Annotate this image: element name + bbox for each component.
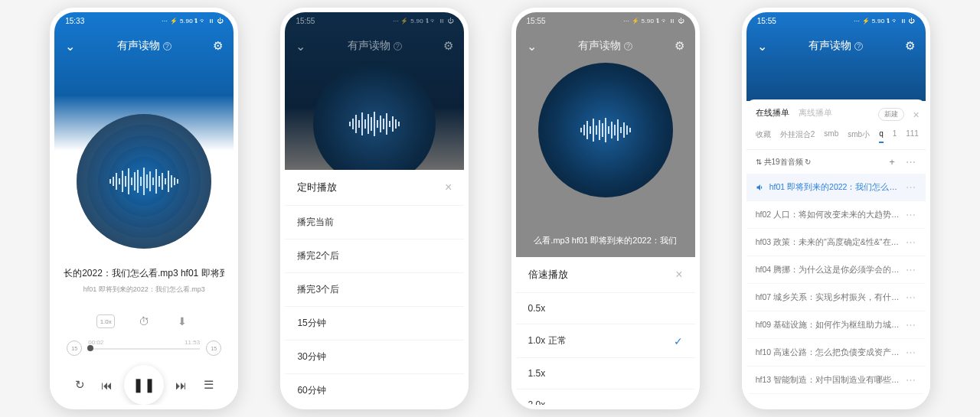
status-time: 15:33 xyxy=(65,17,84,25)
speed-option[interactable]: 2.0x xyxy=(516,389,695,409)
fwd-15-button[interactable]: 15 xyxy=(206,340,221,356)
page-title: 有声读物? xyxy=(542,39,669,53)
list-item[interactable]: hf01 即将到来的2022：我们怎么看...⋯ xyxy=(746,174,926,201)
status-bar: 15:33 ⋯ ⚡ 5.90 ⇅ ᯤ ⫴ ⏻ xyxy=(54,12,234,29)
collapse-icon[interactable]: ⌄ xyxy=(65,39,80,54)
timer-icon[interactable]: ⏱ xyxy=(135,314,153,328)
status-icons: ⋯ ⚡ 5.90 ⇅ ᯤ ⫴ ⏻ xyxy=(162,18,223,24)
playlist-subtabs[interactable]: 收藏外挂混合2smbsmb小q1111 xyxy=(746,126,926,150)
subtab[interactable]: smb小 xyxy=(848,129,870,143)
speed-button[interactable]: 1.0x xyxy=(96,314,115,328)
list-item[interactable]: hf10 高速公路：怎么把负债变成资产？...⋯ xyxy=(746,339,926,367)
timer-option[interactable]: 播完3个后 xyxy=(285,272,464,306)
album-art xyxy=(538,63,673,197)
help-icon[interactable]: ? xyxy=(394,42,402,50)
more-icon[interactable]: ⋯ xyxy=(906,347,916,358)
player-header: ⌄ 有声读物? ⚙ xyxy=(516,29,695,63)
more-icon[interactable]: ⋯ xyxy=(906,264,916,275)
collapse-icon[interactable]: ⌄ xyxy=(757,39,773,54)
status-time: 15:55 xyxy=(757,17,776,25)
page-title: 有声读物? xyxy=(773,39,900,53)
speed-option[interactable]: 1.5x xyxy=(516,357,695,389)
collapse-icon[interactable]: ⌄ xyxy=(527,39,542,54)
subtab[interactable]: 1 xyxy=(893,129,897,143)
more-icon[interactable]: ⋯ xyxy=(906,374,916,386)
more-icon[interactable]: ⋯ xyxy=(906,156,916,168)
phone-player: 15:33 ⋯ ⚡ 5.90 ⇅ ᯤ ⫴ ⏻ ⌄ 有声读物? ⚙ 长的2022：… xyxy=(50,8,238,409)
help-icon[interactable]: ? xyxy=(163,42,172,50)
download-icon[interactable]: ⬇ xyxy=(173,314,191,328)
status-icons: ⋯ ⚡ 5.90 ⇅ ᯤ ⫴ ⏻ xyxy=(854,18,915,24)
more-icon[interactable]: ⋯ xyxy=(906,209,916,220)
collapse-icon[interactable]: ⌄ xyxy=(296,39,311,54)
status-bar: 15:55 ⋯ ⚡ 5.90 ⇅ ᯤ ⫴ ⏻ xyxy=(746,12,926,29)
time-total: 11:53 xyxy=(185,339,200,346)
phone-timer-sheet: 15:55 ⋯ ⚡ 5.90 ⇅ ᯤ ⫴ ⏻ ⌄ 有声读物? ⚙ 定时播放 × … xyxy=(280,8,469,409)
help-icon[interactable]: ? xyxy=(854,42,863,50)
close-icon[interactable]: × xyxy=(445,181,452,194)
close-icon[interactable]: × xyxy=(913,109,920,121)
timer-option[interactable]: 播完当前 xyxy=(285,205,464,239)
subtab[interactable]: 外挂混合2 xyxy=(780,129,815,143)
sheet-title: 定时播放 xyxy=(297,181,337,194)
gear-icon[interactable]: ⚙ xyxy=(900,39,915,53)
timer-option[interactable]: 15分钟 xyxy=(285,306,464,340)
check-icon: ✓ xyxy=(674,335,683,347)
speaker-icon xyxy=(756,183,765,192)
tab-online[interactable]: 在线播单 xyxy=(756,107,789,122)
album-art xyxy=(313,63,436,170)
list-item[interactable]: hf03 政策：未来的"高度确定&性&"在哪...⋯ xyxy=(746,229,926,256)
progress-slider[interactable]: 00:02 11:53 xyxy=(88,340,200,356)
phone-playlist: 15:55 ⋯ ⚡ 5.90 ⇅ ᯤ ⫴ ⏻ ⌄ 有声读物? ⚙ 在线播单 离线… xyxy=(742,8,930,409)
playlist-icon[interactable]: ☰ xyxy=(198,375,218,395)
more-icon[interactable]: ⋯ xyxy=(906,319,916,331)
add-icon[interactable]: + xyxy=(889,156,895,168)
list-item[interactable]: hf07 城乡关系：实现乡村振兴，有什么...⋯ xyxy=(746,284,926,311)
timer-option[interactable]: 取消定时 xyxy=(285,407,464,409)
page-title: 有声读物? xyxy=(80,39,207,53)
back-15-button[interactable]: 15 xyxy=(67,340,82,356)
new-playlist-button[interactable]: 新建 xyxy=(878,108,904,121)
more-icon[interactable]: ⋯ xyxy=(906,181,916,193)
page-title: 有声读物? xyxy=(311,39,438,53)
list-item[interactable]: hf02 人口：将如何改变未来的大趋势？...⋯ xyxy=(746,201,926,229)
gear-icon[interactable]: ⚙ xyxy=(207,39,223,53)
album-art xyxy=(54,103,234,259)
list-item[interactable]: hf04 腾挪：为什么这是你必须学会的生...⋯ xyxy=(746,256,926,284)
more-icon[interactable]: ⋯ xyxy=(906,236,916,248)
playlist-summary: ⇅ 共19首音频 ↻ + ⋯ xyxy=(746,150,926,174)
gear-icon[interactable]: ⚙ xyxy=(438,39,453,53)
next-track-icon[interactable]: ⏭ xyxy=(172,375,191,395)
player-header: ⌄ 有声读物? ⚙ xyxy=(746,29,926,63)
list-item[interactable]: hf09 基础设施：如何作为枢纽助力城乡...⋯ xyxy=(746,311,926,339)
prev-track-icon[interactable]: ⏮ xyxy=(97,375,117,395)
subtab[interactable]: 111 xyxy=(906,129,919,143)
speed-option[interactable]: 1.0x 正常✓ xyxy=(516,324,695,357)
waveform-icon xyxy=(109,166,178,197)
subtab[interactable]: smb xyxy=(824,129,838,143)
playlist-tabs: 在线播单 离线播单 新建 × xyxy=(746,99,926,126)
status-time: 15:55 xyxy=(527,17,546,25)
status-bar: 15:55 ⋯ ⚡ 5.90 ⇅ ᯤ ⫴ ⏻ xyxy=(516,12,695,29)
tab-offline[interactable]: 离线播单 xyxy=(799,107,832,122)
timer-option[interactable]: 30分钟 xyxy=(285,340,464,373)
speed-option[interactable]: 0.5x xyxy=(516,292,695,324)
help-icon[interactable]: ? xyxy=(624,42,632,50)
status-icons: ⋯ ⚡ 5.90 ⇅ ᯤ ⫴ ⏻ xyxy=(623,18,684,24)
gear-icon[interactable]: ⚙ xyxy=(669,39,684,53)
timer-sheet: 定时播放 × 播完当前 播完2个后 播完3个后 15分钟 30分钟 60分钟 取… xyxy=(285,170,464,405)
close-icon[interactable]: × xyxy=(675,268,682,282)
subtab[interactable]: 收藏 xyxy=(756,129,771,143)
status-icons: ⋯ ⚡ 5.90 ⇅ ᯤ ⫴ ⏻ xyxy=(393,18,454,24)
list-item[interactable]: hf13 智能制造：对中国制造业有哪些好...⋯ xyxy=(746,367,926,394)
timer-option[interactable]: 60分钟 xyxy=(285,373,464,407)
pause-button[interactable]: ❚❚ xyxy=(124,365,164,405)
subtab[interactable]: q xyxy=(879,129,884,143)
timer-option[interactable]: 播完2个后 xyxy=(285,239,464,272)
status-time: 15:55 xyxy=(296,17,315,25)
more-icon[interactable]: ⋯ xyxy=(906,292,916,303)
waveform-icon xyxy=(349,109,400,139)
repeat-icon[interactable]: ↻ xyxy=(70,375,90,395)
track-title: 么看.mp3 hf01 即将到来的2022：我们 xyxy=(516,235,695,246)
summary-text: ⇅ 共19首音频 ↻ xyxy=(756,157,812,168)
